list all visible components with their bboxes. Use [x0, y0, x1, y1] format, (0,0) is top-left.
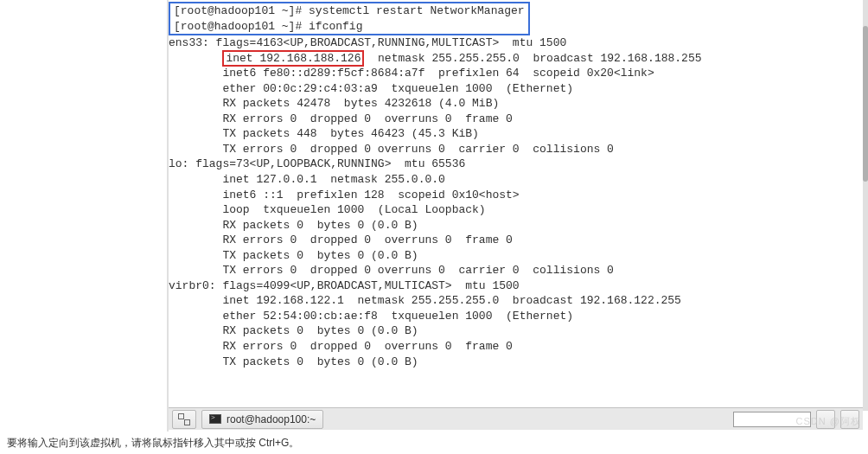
output-line: inet6 ::1 prefixlen 128 scopeid 0x10<hos… — [169, 188, 863, 203]
output-line: ether 52:54:00:cb:ae:f8 txqueuelen 1000 … — [169, 309, 863, 324]
taskbar-app-terminal[interactable]: root@hadoop100:~ — [201, 410, 323, 429]
scrollbar-vertical[interactable] — [863, 0, 868, 411]
output-rest: netmask 255.255.255.0 broadcast 192.168.… — [364, 52, 701, 65]
terminal-output[interactable]: [root@hadoop101 ~]# systemctl restart Ne… — [169, 0, 863, 411]
show-desktop-button[interactable] — [172, 410, 196, 429]
highlighted-commands-box: [root@hadoop101 ~]# systemctl restart Ne… — [169, 2, 530, 35]
taskbar: root@hadoop100:~ — [169, 407, 863, 430]
taskbar-app-label: root@hadoop100:~ — [227, 413, 316, 425]
output-line: TX packets 0 bytes 0 (0.0 B) — [169, 248, 863, 264]
terminal-icon — [209, 414, 221, 424]
output-line: lo: flags=73<UP,LOOPBACK,RUNNING> mtu 65… — [169, 157, 863, 172]
output-line: ens33: flags=4163<UP,BROADCAST,RUNNING,M… — [169, 35, 863, 51]
output-line: TX packets 0 bytes 0 (0.0 B) — [169, 355, 863, 370]
output-line: TX errors 0 dropped 0 overruns 0 carrier… — [169, 142, 863, 157]
scrollbar-thumb[interactable] — [863, 26, 868, 182]
prompt: [root@hadoop101 ~]# — [174, 4, 309, 17]
output-line: TX errors 0 dropped 0 overruns 0 carrier… — [169, 263, 863, 278]
output-line: loop txqueuelen 1000 (Local Loopback) — [169, 202, 863, 218]
output-line: virbr0: flags=4099<UP,BROADCAST,MULTICAS… — [169, 278, 863, 294]
output-line: RX packets 0 bytes 0 (0.0 B) — [169, 323, 863, 339]
expose-icon — [178, 413, 190, 425]
output-line: inet 192.168.188.126 netmask 255.255.255… — [169, 51, 863, 67]
output-line: ether 00:0c:29:c4:03:a9 txqueuelen 1000 … — [169, 81, 863, 97]
output-line: inet 127.0.0.1 netmask 255.0.0.0 — [169, 172, 863, 188]
output-line: inet6 fe80::d289:f5cf:8684:a7f prefixlen… — [169, 66, 863, 81]
vm-hint-text: 要将输入定向到该虚拟机，请将鼠标指针移入其中或按 Ctrl+G。 — [7, 437, 299, 449]
output-line: TX packets 448 bytes 46423 (45.3 KiB) — [169, 126, 863, 142]
command-ifconfig: ifconfig — [309, 20, 362, 33]
output-line: RX packets 42478 bytes 4232618 (4.0 MiB) — [169, 96, 863, 112]
output-line: RX errors 0 dropped 0 overruns 0 frame 0 — [169, 112, 863, 127]
prompt: [root@hadoop101 ~]# — [174, 20, 309, 33]
output-line: inet 192.168.122.1 netmask 255.255.255.0… — [169, 293, 863, 309]
output-line: RX packets 0 bytes 0 (0.0 B) — [169, 218, 863, 233]
highlighted-inet-box: inet 192.168.188.126 — [222, 50, 364, 67]
output-line: RX errors 0 dropped 0 overruns 0 frame 0 — [169, 339, 863, 355]
output-line: RX errors 0 dropped 0 overruns 0 frame 0 — [169, 233, 863, 248]
watermark: CSDN @阿权 — [796, 415, 861, 428]
command-restart: systemctl restart NetworkManager — [309, 4, 525, 17]
vm-hint-bar: 要将输入定向到该虚拟机，请将鼠标指针移入其中或按 Ctrl+G。 — [0, 432, 868, 454]
